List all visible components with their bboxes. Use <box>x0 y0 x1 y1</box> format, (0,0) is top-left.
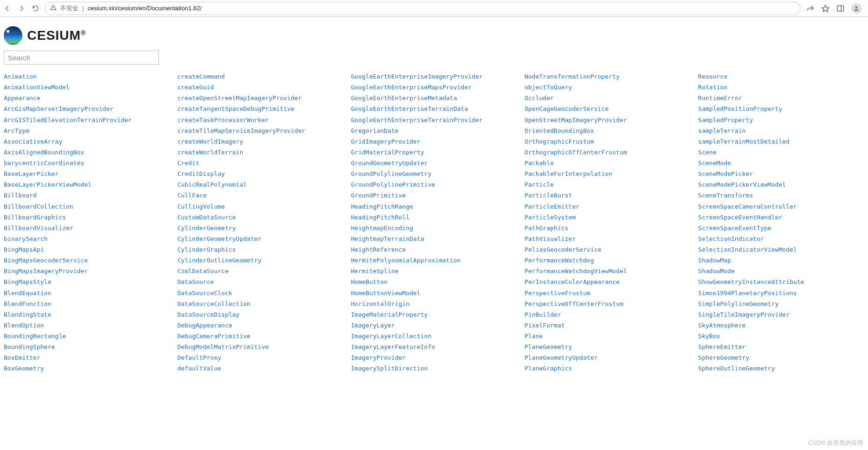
api-link[interactable]: PathVisualizer <box>524 233 690 244</box>
api-link[interactable]: DebugCameraPrimitive <box>177 331 343 341</box>
back-icon[interactable] <box>4 5 11 12</box>
api-link[interactable]: Packable <box>524 158 690 168</box>
api-link[interactable]: Appearance <box>4 93 170 103</box>
api-link[interactable]: Plane <box>524 331 690 341</box>
api-link[interactable]: PerformanceWatchdogViewModel <box>524 266 690 276</box>
api-link[interactable]: CylinderGraphics <box>177 244 343 255</box>
api-link[interactable]: ImageMaterialProperty <box>351 309 517 320</box>
api-link[interactable]: GoogleEarthEnterpriseMetadata <box>351 93 517 103</box>
api-link[interactable]: GoogleEarthEnterpriseTerrainData <box>351 103 517 114</box>
api-link[interactable]: HeadingPitchRange <box>351 201 517 212</box>
api-link[interactable]: PerspectiveOffCenterFrustum <box>524 298 690 309</box>
api-link[interactable]: CubicRealPolynomial <box>177 179 343 190</box>
api-link[interactable]: ParticleBurst <box>524 190 690 201</box>
api-link[interactable]: SphereOutlineGeometry <box>698 363 864 374</box>
api-link[interactable]: ImageryProvider <box>351 352 517 363</box>
api-link[interactable]: PackableForInterpolation <box>524 168 690 179</box>
api-link[interactable]: createGuid <box>177 82 343 93</box>
api-link[interactable]: BoundingRectangle <box>4 331 170 341</box>
api-link[interactable]: createOpenStreetMapImageryProvider <box>177 93 343 103</box>
api-link[interactable]: sampleTerrain <box>698 125 864 136</box>
api-link[interactable]: createWorldImagery <box>177 136 343 147</box>
api-link[interactable]: binarySearch <box>4 233 170 244</box>
api-link[interactable]: CullingVolume <box>177 201 343 212</box>
api-link[interactable]: CzmlDataSource <box>177 266 343 276</box>
api-link[interactable]: AssociativeArray <box>4 136 170 147</box>
api-link[interactable]: ParticleEmitter <box>524 201 690 212</box>
api-link[interactable]: SimplePolylineGeometry <box>698 298 864 309</box>
api-link[interactable]: PathGraphics <box>524 223 690 233</box>
api-link[interactable]: DataSourceClock <box>177 288 343 298</box>
api-link[interactable]: ArcGisMapServerImageryProvider <box>4 103 170 114</box>
api-link[interactable]: SampledProperty <box>698 115 864 125</box>
api-link[interactable]: createTangentSpaceDebugPrimitive <box>177 103 343 114</box>
api-link[interactable]: HomeButton <box>351 276 517 287</box>
api-link[interactable]: SceneModePickerViewModel <box>698 179 864 190</box>
api-link[interactable]: createTaskProcessorWorker <box>177 115 343 125</box>
api-link[interactable]: Resource <box>698 71 864 82</box>
api-link[interactable]: OrthographicFrustum <box>524 136 690 147</box>
api-link[interactable]: PerspectiveFrustum <box>524 288 690 298</box>
api-link[interactable]: BingMapsApi <box>4 244 170 255</box>
api-link[interactable]: ImageryLayerFeatureInfo <box>351 341 517 352</box>
api-link[interactable]: ScreenSpaceCameraController <box>698 201 864 212</box>
api-link[interactable]: ScreenSpaceEventType <box>698 223 864 233</box>
api-link[interactable]: BingMapsImageryProvider <box>4 266 170 276</box>
api-link[interactable]: BlendOption <box>4 320 170 331</box>
api-link[interactable]: Rotation <box>698 82 864 93</box>
api-link[interactable]: ArcType <box>4 125 170 136</box>
api-link[interactable]: CreditDisplay <box>177 168 343 179</box>
star-icon[interactable] <box>821 4 830 13</box>
api-link[interactable]: CylinderOutlineGeometry <box>177 255 343 266</box>
api-link[interactable]: DefaultProxy <box>177 352 343 363</box>
api-link[interactable]: DebugModelMatrixPrimitive <box>177 341 343 352</box>
api-link[interactable]: GoogleEarthEnterpriseImageryProvider <box>351 71 517 82</box>
api-link[interactable]: createWorldTerrain <box>177 147 343 158</box>
api-link[interactable]: DataSource <box>177 276 343 287</box>
api-link[interactable]: HeightmapTerrainData <box>351 233 517 244</box>
api-link[interactable]: SingleTileImageryProvider <box>698 309 864 320</box>
api-link[interactable]: BoundingSphere <box>4 341 170 352</box>
api-link[interactable]: SkyBox <box>698 331 864 341</box>
api-link[interactable]: BaseLayerPickerViewModel <box>4 179 170 190</box>
api-link[interactable]: OrientedBoundingBox <box>524 125 690 136</box>
api-link[interactable]: PlaneGeometryUpdater <box>524 352 690 363</box>
api-link[interactable]: GroundPolylineGeometry <box>351 168 517 179</box>
api-link[interactable]: ImageryLayer <box>351 320 517 331</box>
forward-icon[interactable] <box>18 5 25 12</box>
api-link[interactable]: GoogleEarthEnterpriseTerrainProvider <box>351 115 517 125</box>
api-link[interactable]: PinBuilder <box>524 309 690 320</box>
api-link[interactable]: ImageryLayerCollection <box>351 331 517 341</box>
api-link[interactable]: PerformanceWatchdog <box>524 255 690 266</box>
api-link[interactable]: SelectionIndicatorViewModel <box>698 244 864 255</box>
api-link[interactable]: BingMapsGeocoderService <box>4 255 170 266</box>
api-link[interactable]: CustomDataSource <box>177 212 343 223</box>
api-link[interactable]: PlaneGraphics <box>524 363 690 374</box>
api-link[interactable]: NodeTransformationProperty <box>524 71 690 82</box>
api-link[interactable]: GridMaterialProperty <box>351 147 517 158</box>
api-link[interactable]: SampledPositionProperty <box>698 103 864 114</box>
api-link[interactable]: SceneTransforms <box>698 190 864 201</box>
api-link[interactable]: BingMapsStyle <box>4 276 170 287</box>
api-link[interactable]: DebugAppearance <box>177 320 343 331</box>
api-link[interactable]: HorizontalOrigin <box>351 298 517 309</box>
api-link[interactable]: HermitePolynomialApproximation <box>351 255 517 266</box>
api-link[interactable]: Animation <box>4 71 170 82</box>
search-input[interactable] <box>4 51 159 65</box>
api-link[interactable]: HeadingPitchRoll <box>351 212 517 223</box>
api-link[interactable]: GroundPolylinePrimitive <box>351 179 517 190</box>
api-link[interactable]: SceneMode <box>698 158 864 168</box>
api-link[interactable]: BaseLayerPicker <box>4 168 170 179</box>
api-link[interactable]: SphereGeometry <box>698 352 864 363</box>
share-icon[interactable] <box>806 4 815 13</box>
api-link[interactable]: OpenStreetMapImageryProvider <box>524 115 690 125</box>
api-link[interactable]: RuntimeError <box>698 93 864 103</box>
api-link[interactable]: ArcGISTiledElevationTerrainProvider <box>4 115 170 125</box>
api-link[interactable]: objectToQuery <box>524 82 690 93</box>
api-link[interactable]: sampleTerrainMostDetailed <box>698 136 864 147</box>
api-link[interactable]: HeightReference <box>351 244 517 255</box>
side-panel-icon[interactable] <box>836 4 845 13</box>
api-link[interactable]: SkyAtmosphere <box>698 320 864 331</box>
api-link[interactable]: Occluder <box>524 93 690 103</box>
api-link[interactable]: defaultValue <box>177 363 343 374</box>
